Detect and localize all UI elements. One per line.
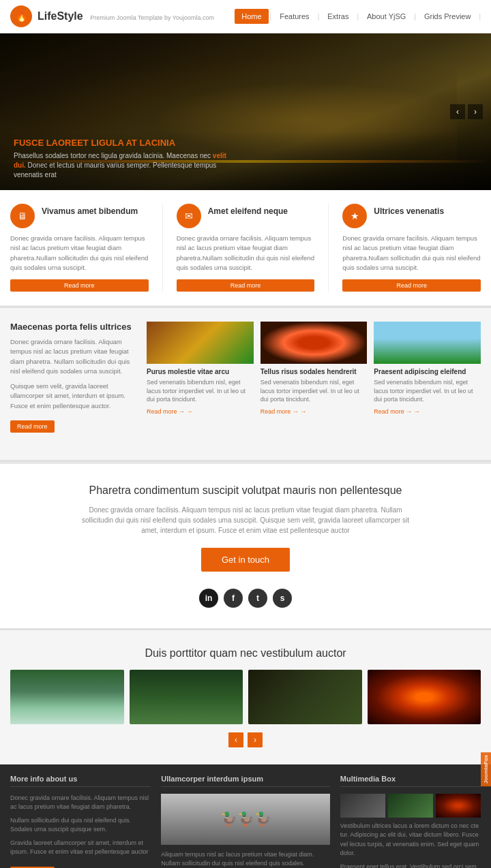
hero-caption: FUSCE LAOREET LIGULA AT LACINIA Phasellu…: [0, 131, 491, 190]
footer-col-1-text1: Donec gravida ornare facilisis. Aliquam …: [10, 794, 151, 812]
feature-2-text: Donec gravida ornare facilisis. Aliquam …: [177, 234, 315, 273]
content-section: Maecenas porta felis ultrices Donec grav…: [0, 308, 491, 460]
header: 🔥 LifeStyle Premium Joomla Template by Y…: [0, 0, 491, 33]
gallery-item-4[interactable]: [368, 670, 481, 724]
gallery-prev-button[interactable]: ‹: [228, 732, 243, 747]
logo-name: LifeStyle Premium Joomla Template by You…: [38, 10, 214, 22]
hero-title: FUSCE LAOREET LIGULA AT LACINIA: [14, 138, 477, 148]
footer-col-1-text3: Gravida laoreet ullamcorper sit amet, in…: [10, 839, 151, 857]
left-article: Maecenas porta felis ultrices Donec grav…: [10, 322, 136, 433]
footer-col-2-text: Aliquam tempus nisl ac lacus pretium vit…: [161, 850, 330, 868]
grid-article-1: Purus molestie vitae arcu Sed venenatis …: [147, 322, 254, 433]
cta-section: Pharetra condimentum suscipit volutpat m…: [0, 462, 491, 628]
gallery-next-button[interactable]: ›: [248, 732, 263, 747]
feature-1: 🖥 Vivamus amet bibendum Donec gravida or…: [10, 204, 149, 292]
grid-article-2-link[interactable]: Read more → →: [261, 408, 307, 415]
feature-3: ★ Ultrices venenatis Donec gravida ornar…: [342, 204, 481, 292]
gallery-item-1[interactable]: [10, 670, 124, 724]
logo-icon: 🔥: [10, 5, 32, 27]
gallery-item-3[interactable]: [248, 670, 362, 724]
joomlafox-watermark: JoomlaFox: [481, 752, 491, 786]
cta-title: Pharetra condimentum suscipit volutpat m…: [10, 484, 481, 497]
content-grid: Purus molestie vitae arcu Sed venenatis …: [147, 322, 481, 433]
multimedia-images: [340, 794, 481, 818]
grid-article-2-text: Sed venenatis bibendum nisl, eget lacus …: [261, 378, 368, 404]
logo-flame-icon: 🔥: [16, 11, 27, 22]
multimedia-img-2: [388, 794, 433, 818]
features-section: 🖥 Vivamus amet bibendum Donec gravida or…: [0, 190, 491, 306]
grid-article-3-title: Praesent adipiscing eleifend: [374, 368, 481, 375]
feature-3-title: Ultrices venenatis: [374, 204, 444, 216]
facebook-icon[interactable]: f: [224, 589, 243, 608]
footer-col-1: More info about us Donec gravida ornare …: [10, 775, 151, 868]
grid-article-1-image: [147, 322, 254, 364]
feature-1-text: Donec gravida ornare facilisis. Aliquam …: [10, 234, 149, 273]
grid-article-1-title: Purus molestie vitae arcu: [147, 368, 254, 375]
footer-col-1-title: More info about us: [10, 775, 151, 787]
left-article-title: Maecenas porta felis ultrices: [10, 322, 136, 332]
gallery-navigation: ‹ ›: [10, 732, 481, 747]
left-article-readmore[interactable]: Read more: [10, 420, 55, 433]
footer-col-2-title: Ullamcorper interdum ipsum: [161, 775, 330, 787]
hero-slider: ‹ › FUSCE LAOREET LIGULA AT LACINIA Phas…: [0, 33, 491, 190]
grid-article-1-link[interactable]: Read more → →: [147, 408, 193, 415]
nav-home[interactable]: Home: [235, 9, 268, 24]
gallery-item-2[interactable]: [130, 670, 243, 724]
grid-article-3-text: Sed venenatis bibendum nisl, eget lacus …: [374, 378, 481, 404]
feature-1-title: Vivamus amet bibendum: [42, 204, 138, 216]
feature-1-icon: 🖥: [10, 204, 35, 228]
footer-col-2: Ullamcorper interdum ipsum 🦆🦆🦆 Aliquam t…: [161, 775, 330, 868]
feature-3-icon: ★: [342, 204, 367, 228]
multimedia-img-1: [340, 794, 385, 818]
twitter-icon[interactable]: t: [248, 589, 267, 608]
footer-col-2-image: 🦆🦆🦆: [161, 794, 330, 845]
feature-divider-2: [328, 204, 329, 292]
gallery-title: Duis porttitor quam nec vestibulum aucto…: [10, 647, 481, 660]
social-icons-row: in f t s: [10, 589, 481, 608]
feature-2: ✉ Amet eleifend neque Donec gravida orna…: [177, 204, 315, 292]
hero-next-button[interactable]: ›: [468, 104, 483, 119]
linkedin-icon[interactable]: in: [199, 589, 218, 608]
grid-article-2-image: [261, 322, 368, 364]
feature-2-readmore[interactable]: Read more: [177, 279, 315, 292]
get-in-touch-button[interactable]: Get in touch: [201, 548, 290, 572]
left-article-text1: Donec gravida ornare facilisis. Aliquam …: [10, 337, 136, 376]
gallery-section: Duis porttitor quam nec vestibulum aucto…: [0, 630, 491, 764]
grid-article-3-link[interactable]: Read more → →: [374, 408, 420, 415]
grid-article-1-text: Sed venenatis bibendum nisl, eget lacus …: [147, 378, 254, 404]
hero-text: Phasellus sodales tortor nec ligula grav…: [14, 151, 232, 180]
left-article-text2: Quisque sem velit, gravida laoreet ullam…: [10, 382, 136, 411]
feature-2-icon: ✉: [177, 204, 201, 228]
gallery-grid: [10, 670, 481, 724]
grid-article-2: Tellus risus sodales hendrerit Sed venen…: [261, 322, 368, 433]
skype-icon[interactable]: s: [273, 589, 292, 608]
feature-3-text: Donec gravida ornare facilisis. Aliquam …: [342, 234, 481, 273]
feature-1-readmore[interactable]: Read more: [10, 279, 149, 292]
hero-navigation: ‹ ›: [450, 104, 483, 119]
nav-about[interactable]: About YjSG: [360, 9, 413, 24]
nav-grids[interactable]: Grids Preview: [417, 9, 477, 24]
nav-extras[interactable]: Extras: [321, 9, 355, 24]
logo-text-main: LifeStyle: [38, 10, 83, 22]
content-left-area: Maecenas porta felis ultrices Donec grav…: [10, 322, 481, 433]
multimedia-img-3: [436, 794, 481, 818]
main-nav: Home | Features | Extras | About YjSG | …: [235, 9, 481, 24]
grid-article-3-image: [374, 322, 481, 364]
footer-col-3: Multimedia Box Vestibulum ultrices lacus…: [340, 775, 481, 868]
footer-col-1-text2: Nullam sollicitudin dui quis nisl eleife…: [10, 816, 151, 835]
hero-prev-button[interactable]: ‹: [450, 104, 465, 119]
footer-col-3-text: Vestibulum ultrices lacus a lorem dictum…: [340, 822, 481, 858]
feature-2-title: Amet eleifend neque: [208, 204, 288, 216]
grid-article-2-title: Tellus risus sodales hendrerit: [261, 368, 368, 375]
grid-article-3: Praesent adipiscing eleifend Sed venenat…: [374, 322, 481, 433]
footer-col-3-title: Multimedia Box: [340, 775, 481, 787]
logo-tagline: Premium Joomla Template by Youjoomla.com: [90, 14, 214, 21]
footer-section: More info about us Donec gravida ornare …: [0, 764, 491, 868]
cta-text: Donec gravida ornare facilisis. Aliquam …: [75, 505, 416, 536]
feature-3-readmore[interactable]: Read more: [342, 279, 481, 292]
nav-features[interactable]: Features: [273, 9, 316, 24]
footer-col-3-text2: Praesent eget tellus erat. Vestibulum se…: [340, 863, 481, 868]
feature-divider-1: [162, 204, 163, 292]
